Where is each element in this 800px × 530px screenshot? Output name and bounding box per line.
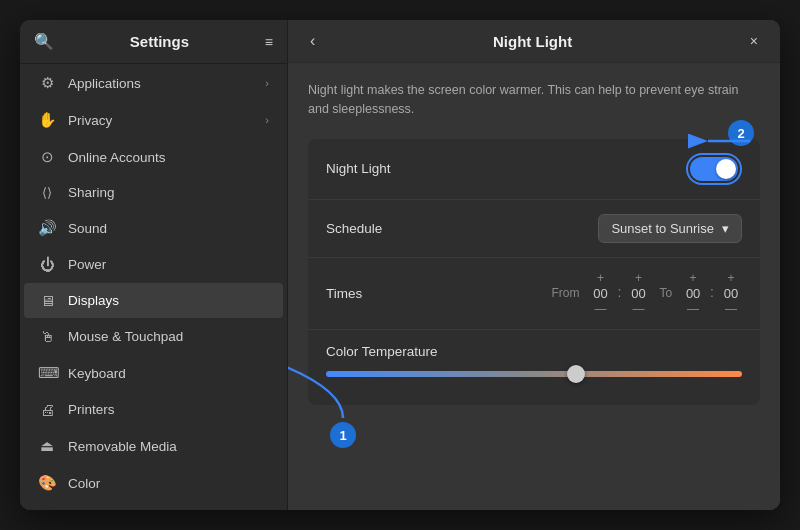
- sidebar-item-online-accounts[interactable]: ⊙ Online Accounts: [24, 139, 283, 175]
- from-hours-group: + 00 —: [590, 272, 612, 315]
- to-hours-group: + 00 —: [682, 272, 704, 315]
- sidebar-item-privacy[interactable]: ✋ Privacy ›: [24, 102, 283, 138]
- sidebar-item-power[interactable]: ⏻ Power: [24, 247, 283, 282]
- sharing-icon: ⟨⟩: [38, 185, 56, 200]
- from-minutes-up-button[interactable]: +: [632, 272, 645, 284]
- power-label: Power: [68, 257, 269, 272]
- displays-icon: 🖥: [38, 292, 56, 309]
- menu-icon[interactable]: ≡: [265, 34, 273, 50]
- schedule-dropdown[interactable]: Sunset to Sunrise ▾: [598, 214, 742, 243]
- color-temp-slider-wrap: [326, 371, 742, 391]
- schedule-value: Sunset to Sunrise: [611, 221, 714, 236]
- sidebar: 🔍 Settings ≡ ⚙ Applications › ✋ Privacy …: [20, 20, 288, 510]
- keyboard-icon: ⌨: [38, 364, 56, 382]
- sharing-label: Sharing: [68, 185, 269, 200]
- privacy-label: Privacy: [68, 113, 253, 128]
- applications-label: Applications: [68, 76, 253, 91]
- removable-media-label: Removable Media: [68, 439, 269, 454]
- color-label: Color: [68, 476, 269, 491]
- sidebar-item-printers[interactable]: 🖨 Printers: [24, 392, 283, 427]
- badge-2: 2: [728, 120, 754, 146]
- mouse-touchpad-label: Mouse & Touchpad: [68, 329, 269, 344]
- to-minutes-value: 00: [720, 286, 742, 301]
- schedule-row: Schedule Sunset to Sunrise ▾: [308, 200, 760, 258]
- sidebar-items-list: ⚙ Applications › ✋ Privacy › ⊙ Online Ac…: [20, 64, 287, 510]
- printers-label: Printers: [68, 402, 269, 417]
- from-minutes-down-button[interactable]: —: [629, 303, 647, 315]
- night-light-row: Night Light: [308, 139, 760, 200]
- from-minutes-value: 00: [627, 286, 649, 301]
- sidebar-item-displays[interactable]: 🖥 Displays: [24, 283, 283, 318]
- to-minutes-down-button[interactable]: —: [722, 303, 740, 315]
- night-light-toggle[interactable]: [690, 157, 738, 181]
- times-control: From + 00 — : + 00 —: [548, 272, 742, 315]
- times-label: Times: [326, 286, 548, 301]
- to-minutes-up-button[interactable]: +: [724, 272, 737, 284]
- night-light-toggle-wrap: [686, 153, 742, 185]
- sidebar-item-applications[interactable]: ⚙ Applications ›: [24, 65, 283, 101]
- sidebar-item-removable-media[interactable]: ⏏ Removable Media: [24, 428, 283, 464]
- color-temp-slider-track[interactable]: [326, 371, 742, 377]
- main-body: Night light makes the screen color warme…: [288, 63, 780, 510]
- sidebar-item-keyboard[interactable]: ⌨ Keyboard: [24, 355, 283, 391]
- time-separator-1: :: [618, 284, 622, 300]
- main-header: ‹ Night Light ×: [288, 20, 780, 63]
- from-hours-value: 00: [590, 286, 612, 301]
- to-label: To: [659, 286, 672, 300]
- mouse-icon: 🖱: [38, 328, 56, 345]
- online-accounts-label: Online Accounts: [68, 150, 269, 165]
- sound-icon: 🔊: [38, 219, 56, 237]
- displays-label: Displays: [68, 293, 269, 308]
- description-text: Night light makes the screen color warme…: [308, 81, 760, 119]
- sidebar-item-color[interactable]: 🎨 Color: [24, 465, 283, 501]
- color-icon: 🎨: [38, 474, 56, 492]
- main-panel: ‹ Night Light × Night light makes the sc…: [288, 20, 780, 510]
- chevron-icon: ›: [265, 77, 269, 89]
- color-temp-label: Color Temperature: [326, 344, 438, 359]
- annotation-badge-2: 2: [728, 120, 754, 146]
- keyboard-label: Keyboard: [68, 366, 269, 381]
- times-row: Times From + 00 — : + 00: [308, 258, 760, 330]
- panel-title: Night Light: [331, 33, 733, 50]
- to-hours-down-button[interactable]: —: [684, 303, 702, 315]
- sound-label: Sound: [68, 221, 269, 236]
- color-temp-slider-thumb[interactable]: [567, 365, 585, 383]
- time-separator-2: :: [710, 284, 714, 300]
- from-hours-up-button[interactable]: +: [594, 272, 607, 284]
- close-button[interactable]: ×: [744, 31, 764, 51]
- from-hours-down-button[interactable]: —: [592, 303, 610, 315]
- dropdown-arrow-icon: ▾: [722, 221, 729, 236]
- annotation-badge-1: 1: [330, 422, 356, 448]
- power-icon: ⏻: [38, 256, 56, 273]
- sidebar-item-sharing[interactable]: ⟨⟩ Sharing: [24, 176, 283, 209]
- applications-icon: ⚙: [38, 74, 56, 92]
- color-temp-row: Color Temperature: [308, 330, 760, 405]
- back-button[interactable]: ‹: [304, 30, 321, 52]
- privacy-icon: ✋: [38, 111, 56, 129]
- settings-window: 🔍 Settings ≡ ⚙ Applications › ✋ Privacy …: [20, 20, 780, 510]
- sidebar-item-sound[interactable]: 🔊 Sound: [24, 210, 283, 246]
- to-hours-value: 00: [682, 286, 704, 301]
- toggle-knob: [716, 159, 736, 179]
- search-icon[interactable]: 🔍: [34, 32, 54, 51]
- night-light-label: Night Light: [326, 161, 686, 176]
- schedule-label: Schedule: [326, 221, 598, 236]
- printers-icon: 🖨: [38, 401, 56, 418]
- sidebar-title: Settings: [64, 33, 255, 50]
- sidebar-header: 🔍 Settings ≡: [20, 20, 287, 64]
- badge-1: 1: [330, 422, 356, 448]
- from-minutes-group: + 00 —: [627, 272, 649, 315]
- from-label: From: [552, 286, 580, 300]
- chevron-icon: ›: [265, 114, 269, 126]
- to-hours-up-button[interactable]: +: [687, 272, 700, 284]
- sidebar-item-mouse-touchpad[interactable]: 🖱 Mouse & Touchpad: [24, 319, 283, 354]
- to-minutes-group: + 00 —: [720, 272, 742, 315]
- online-accounts-icon: ⊙: [38, 148, 56, 166]
- settings-panel: Night Light Schedule Sunset to Sunrise ▾: [308, 139, 760, 405]
- removable-media-icon: ⏏: [38, 437, 56, 455]
